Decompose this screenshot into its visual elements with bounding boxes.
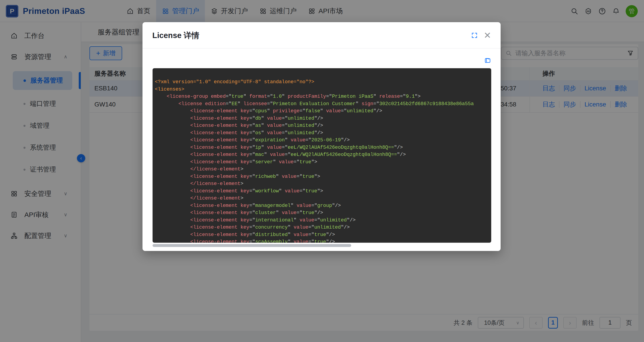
code-line: <license-element key="db" value="unlimit… (155, 115, 488, 122)
fullscreen-button[interactable] (471, 32, 478, 39)
modal-title: License 详情 (152, 22, 199, 48)
license-code: <?xml version="1.0" encoding="UTF-8" sta… (152, 68, 491, 243)
code-line: <license-element key="distributed" value… (155, 231, 488, 239)
code-line: <license-element key="server" value="tru… (155, 158, 488, 166)
code-line: <license-element key="mac" value="eeL/WQ… (155, 151, 488, 158)
modal-header: License 详情 ✕ (142, 22, 500, 48)
code-line: <?xml version="1.0" encoding="UTF-8" sta… (155, 78, 488, 86)
code-line: <license-group embed="true" format="1.0"… (155, 93, 488, 100)
code-line: <licenses> (155, 86, 488, 93)
code-line: </license-element> (155, 180, 488, 188)
code-line: <license-element key="as" value="unlimit… (155, 122, 488, 130)
code-line: <license-element key="managermodel" valu… (155, 202, 488, 210)
code-line: <license-element key="os" value="unlimit… (155, 130, 488, 137)
code-line: <license edition="EE" licensee="Primeton… (155, 100, 488, 108)
code-line: </license-element> (155, 195, 488, 202)
modal-close-button[interactable]: ✕ (484, 32, 491, 39)
close-icon: ✕ (484, 31, 491, 40)
code-line: <license-element key="international" val… (155, 217, 488, 224)
code-line: <license-element key="cluster" value="tr… (155, 209, 488, 217)
code-line: <license-element key="scaAssembly" value… (155, 238, 488, 243)
code-line: <license-element key="cpus" privilege="f… (155, 108, 488, 115)
copy-icon (484, 57, 491, 64)
code-line: </license-element> (155, 166, 488, 173)
license-detail-modal: License 详情 ✕ <?xml version="1.0" encodin… (142, 22, 500, 251)
code-line: <license-element key="expiration" value=… (155, 137, 488, 144)
app-root: P Primeton iPaaS 首页 管理门户 开发门户 运维门户 A (0, 0, 644, 342)
copy-button[interactable] (484, 57, 491, 64)
code-line: <license-element key="ip" value="eeL/WQ2… (155, 144, 488, 152)
code-line: <license-element key="concurrency" value… (155, 224, 488, 231)
code-line: <license-element key="workflow" value="t… (155, 188, 488, 195)
code-line: <license-element key="richweb" value="tr… (155, 173, 488, 180)
horizontal-scrollbar-thumb[interactable] (152, 244, 351, 247)
fullscreen-icon (471, 32, 478, 39)
